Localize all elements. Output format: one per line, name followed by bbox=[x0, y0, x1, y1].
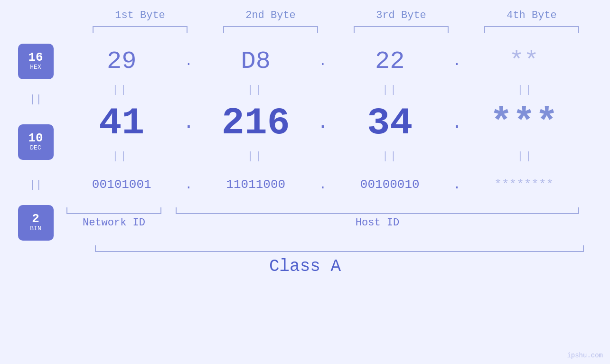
bin-badge: 2 BIN bbox=[18, 205, 54, 241]
dot-3-dec: . bbox=[450, 112, 464, 134]
hex-b2-value: D8 bbox=[241, 47, 271, 75]
byte3-label: 3rd Byte bbox=[349, 9, 453, 21]
bin-b3-value: 00100010 bbox=[360, 177, 420, 192]
bracket-b1 bbox=[93, 26, 188, 33]
equals-row-2: || || || || bbox=[62, 147, 584, 166]
dot-2-hex: . bbox=[316, 54, 330, 69]
host-id-bracket bbox=[176, 207, 579, 214]
hex-badge: 16 HEX bbox=[18, 44, 54, 79]
byte2-label: 2nd Byte bbox=[218, 9, 323, 21]
id-labels-row: Network ID Host ID bbox=[62, 217, 584, 229]
bin-b1-cell: 00101001 bbox=[62, 177, 182, 192]
dec-b3-cell: 34 bbox=[330, 102, 450, 145]
bin-b1-value: 00101001 bbox=[92, 177, 151, 192]
hex-b4-cell: ** bbox=[464, 47, 584, 75]
dot-3-hex: . bbox=[450, 54, 464, 69]
dot-2-bin: . bbox=[316, 177, 330, 192]
hex-b2-cell: D8 bbox=[196, 47, 316, 75]
badges-column: 16 HEX || 10 DEC || 2 bbox=[0, 42, 62, 242]
byte4-label: 4th Byte bbox=[479, 9, 584, 21]
dec-b3-value: 34 bbox=[367, 102, 413, 145]
hex-b3-cell: 22 bbox=[330, 47, 450, 75]
bottom-bracket-row bbox=[62, 207, 584, 214]
bin-b4-value: ******** bbox=[494, 177, 554, 192]
hex-b3-value: 22 bbox=[375, 47, 404, 75]
dec-b4-value: *** bbox=[490, 102, 558, 145]
dec-b4-cell: *** bbox=[464, 102, 584, 145]
content-area: 16 HEX || 10 DEC || 2 bbox=[0, 42, 610, 242]
network-id-bracket bbox=[66, 207, 161, 214]
bin-b2-value: 11011000 bbox=[226, 177, 285, 192]
bracket-b4 bbox=[484, 26, 579, 33]
dot-1-hex: . bbox=[182, 54, 196, 69]
bin-b4-cell: ******** bbox=[464, 177, 584, 192]
data-section: 29 . D8 . 22 . ** bbox=[62, 42, 610, 229]
equals-dec-bin: || bbox=[29, 166, 42, 204]
byte-labels-row: 1st Byte 2nd Byte 3rd Byte 4th Byte bbox=[75, 9, 597, 21]
class-label: Class A bbox=[269, 257, 341, 276]
eq1-b3: || bbox=[343, 84, 438, 96]
outer-bottom-bracket bbox=[95, 245, 584, 252]
dec-b2-value: 216 bbox=[222, 102, 290, 145]
dec-badge-wrapper: 10 DEC bbox=[18, 118, 54, 166]
network-id-label: Network ID bbox=[66, 217, 161, 229]
class-label-wrapper: Class A bbox=[0, 257, 610, 276]
eq2-b3: || bbox=[343, 150, 438, 162]
dec-badge: 10 DEC bbox=[18, 124, 54, 160]
hex-row: 29 . D8 . 22 . ** bbox=[62, 42, 584, 80]
watermark: ipshu.com bbox=[567, 352, 603, 359]
equals-row-1: || || || || bbox=[62, 80, 584, 99]
main-container: 1st Byte 2nd Byte 3rd Byte 4th Byte 16 H… bbox=[0, 0, 610, 364]
eq2-b2: || bbox=[208, 150, 303, 162]
dot-1-bin: . bbox=[182, 177, 196, 192]
hex-badge-wrapper: 16 HEX bbox=[18, 42, 54, 80]
dec-b2-cell: 216 bbox=[196, 102, 316, 145]
bin-row: 00101001 . 11011000 . 00100010 . bbox=[62, 166, 584, 204]
dot-2-dec: . bbox=[316, 112, 330, 134]
bin-badge-wrapper: 2 BIN bbox=[18, 204, 54, 242]
eq2-b4: || bbox=[478, 150, 572, 162]
dec-b1-cell: 41 bbox=[62, 102, 182, 145]
eq1-b4: || bbox=[478, 84, 572, 96]
hex-b4-value: ** bbox=[509, 47, 539, 75]
top-brackets bbox=[75, 26, 597, 33]
equals-hex-dec: || bbox=[29, 80, 42, 118]
bin-b2-cell: 11011000 bbox=[196, 177, 316, 192]
hex-b1-cell: 29 bbox=[62, 47, 182, 75]
dot-1-dec: . bbox=[182, 112, 196, 134]
byte1-label: 1st Byte bbox=[88, 9, 192, 21]
host-id-label: Host ID bbox=[176, 217, 579, 229]
dec-b1-value: 41 bbox=[99, 102, 144, 145]
hex-b1-value: 29 bbox=[107, 47, 136, 75]
bin-b3-cell: 00100010 bbox=[330, 177, 450, 192]
bracket-b3 bbox=[354, 26, 449, 33]
eq1-b1: || bbox=[73, 84, 168, 96]
dec-row: 41 . 216 . 34 . *** bbox=[62, 99, 584, 147]
eq1-b2: || bbox=[208, 84, 303, 96]
dot-3-bin: . bbox=[450, 177, 464, 192]
bracket-b2 bbox=[223, 26, 318, 33]
eq2-b1: || bbox=[73, 150, 168, 162]
